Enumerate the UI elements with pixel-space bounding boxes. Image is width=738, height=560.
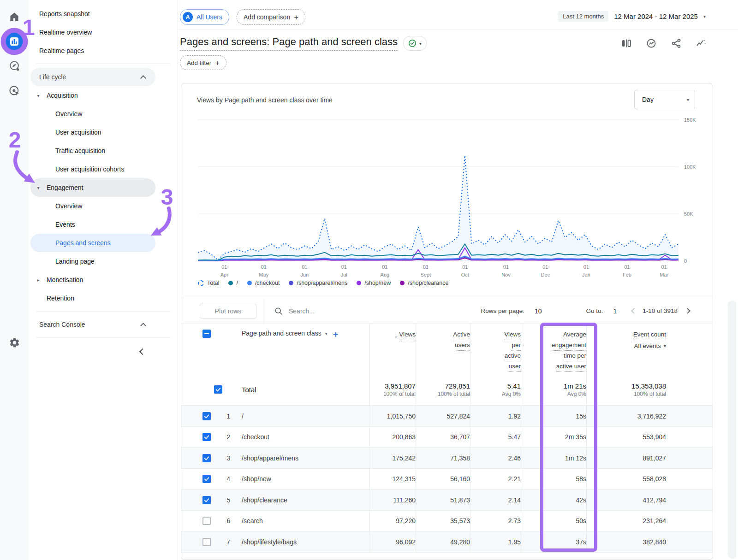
page-path: /shop/clearance bbox=[242, 496, 287, 504]
nav-section-life-cycle[interactable]: Life cycle bbox=[30, 68, 155, 86]
next-page-icon[interactable] bbox=[682, 306, 692, 316]
intelligence-sparkline-icon[interactable] bbox=[696, 38, 707, 49]
add-dimension-icon[interactable]: + bbox=[333, 330, 339, 340]
add-comparison-button[interactable]: Add comparison + bbox=[237, 9, 305, 25]
table-row[interactable]: 6/search97,22035,5732.7350s231,264 bbox=[181, 510, 713, 532]
nav-item-traffic-acquisition[interactable]: Traffic acquisition bbox=[30, 141, 155, 160]
nav-item-overview[interactable]: Overview bbox=[30, 197, 155, 215]
edit-comparisons-icon[interactable] bbox=[621, 38, 632, 49]
row-metric-cell: 49,280 bbox=[416, 531, 470, 553]
nav-item-acquisition[interactable]: ▾Acquisition bbox=[30, 86, 155, 105]
row-dimension-cell: /shop/new bbox=[230, 469, 369, 490]
row-checkbox-unchecked[interactable] bbox=[202, 517, 211, 525]
nav-item-events[interactable]: Events bbox=[30, 215, 155, 234]
sort-desc-icon: ↓ bbox=[394, 330, 398, 340]
nav-section-search-console[interactable]: Search Console bbox=[30, 315, 155, 334]
caret-down-icon: ▾ bbox=[35, 93, 42, 98]
legend-dot-icon bbox=[247, 281, 252, 285]
home-icon[interactable] bbox=[0, 11, 29, 23]
nav-item-landing-page[interactable]: Landing page bbox=[30, 252, 155, 271]
nav-item-pages-and-screens[interactable]: Pages and screens bbox=[30, 234, 155, 252]
metric-header[interactable]: Averageengagementtime peractive user bbox=[552, 330, 586, 372]
row-checkbox-checked[interactable] bbox=[202, 330, 211, 338]
row-metric-cell: 2.21 bbox=[470, 469, 521, 490]
report-actions bbox=[621, 38, 707, 49]
nav-item-realtime-overview[interactable]: Realtime overview bbox=[30, 23, 155, 41]
advertising-icon[interactable] bbox=[0, 85, 29, 97]
row-checkbox-checked[interactable] bbox=[202, 496, 211, 504]
date-preset-badge: Last 12 months bbox=[558, 11, 608, 22]
nav-item-user-acquisition-cohorts[interactable]: User acquisition cohorts bbox=[30, 160, 155, 178]
row-index: 2 bbox=[226, 433, 230, 441]
dimension-header[interactable]: Page path and screen class▾ bbox=[230, 330, 327, 337]
nav-item-realtime-pages[interactable]: Realtime pages bbox=[30, 41, 155, 60]
row-metric-cell: 1.92 bbox=[470, 406, 521, 427]
row-metric-cell: 42s bbox=[521, 489, 586, 511]
metric-selector[interactable]: All events▾ bbox=[634, 341, 666, 351]
metric-value: 1m 12s bbox=[565, 454, 586, 462]
nav-item-reports-snapshot[interactable]: Reports snapshot bbox=[30, 5, 155, 23]
previous-page-icon[interactable] bbox=[629, 306, 639, 316]
scrollbar-track[interactable] bbox=[728, 301, 736, 559]
chevron-down-icon: ▾ bbox=[687, 97, 689, 102]
nav-item-label: Overview bbox=[55, 202, 82, 210]
metric-value: 412,794 bbox=[643, 496, 666, 504]
row-dimension-cell: /search bbox=[230, 511, 369, 532]
table-row[interactable]: 7/shop/lifestyle/bags96,09249,2801.9537s… bbox=[181, 531, 713, 553]
pagination-range: 1-10 of 3918 bbox=[643, 307, 678, 314]
legend-label: Total bbox=[207, 280, 219, 286]
metric-value: 1,015,750 bbox=[387, 413, 416, 420]
page-title[interactable]: Pages and screens: Page path and screen … bbox=[180, 36, 398, 51]
date-range-picker[interactable]: Last 12 months 12 Mar 2024 - 12 Mar 2025… bbox=[558, 11, 706, 22]
header-spacer bbox=[666, 323, 713, 374]
settings-gear-icon[interactable] bbox=[0, 337, 29, 348]
table-search[interactable]: Search... bbox=[274, 307, 315, 316]
table-row[interactable]: 4/shop/new124,31556,1602.2158s558,028 bbox=[181, 468, 713, 490]
add-filter-button[interactable]: Add filter + bbox=[180, 55, 226, 70]
nav-item-engagement[interactable]: ▾Engagement bbox=[30, 178, 155, 197]
reports-icon[interactable] bbox=[0, 32, 29, 51]
table-total-row: Total3,951,807100% of total729,851100% o… bbox=[181, 374, 713, 405]
audience-chip[interactable]: A All Users bbox=[180, 9, 229, 25]
page-path: / bbox=[242, 413, 244, 420]
reports-nav: Reports snapshotRealtime overviewRealtim… bbox=[29, 0, 178, 560]
granularity-select[interactable]: Day ▾ bbox=[634, 90, 695, 109]
y-axis-tick: 0 bbox=[684, 258, 687, 264]
metric-value: 56,160 bbox=[450, 475, 470, 483]
share-icon[interactable] bbox=[671, 38, 682, 49]
nav-item-monetisation[interactable]: ▸Monetisation bbox=[30, 271, 155, 289]
report-status-pill[interactable]: ▾ bbox=[403, 36, 427, 51]
x-axis-tick: 01Mar bbox=[660, 264, 668, 277]
metric-value: 231,264 bbox=[643, 517, 666, 525]
rows-per-page-value[interactable]: 10 bbox=[535, 307, 542, 315]
total-subvalue: 100% of total bbox=[634, 391, 666, 397]
metric-header[interactable]: Activeusers bbox=[453, 330, 470, 351]
row-metric-cell: 37s bbox=[521, 531, 586, 553]
metric-header[interactable]: ↓Views bbox=[394, 330, 416, 340]
insights-circle-icon[interactable] bbox=[646, 38, 657, 49]
legend-dashed-dot-icon bbox=[198, 280, 204, 286]
plot-rows-button[interactable]: Plot rows bbox=[200, 304, 256, 318]
table-row[interactable]: 1/1,015,750527,8241.9215s3,716,922 bbox=[181, 405, 713, 427]
table-row[interactable]: 3/shop/apparel/mens175,24271,3582.461m 1… bbox=[181, 447, 713, 469]
metric-header[interactable]: Event countAll events▾ bbox=[633, 330, 666, 351]
table-row[interactable]: 5/shop/clearance111,26051,8732.1442s412,… bbox=[181, 489, 713, 511]
nav-item-retention[interactable]: Retention bbox=[30, 289, 155, 307]
legend-label: /shop/apparel/mens bbox=[297, 280, 347, 286]
row-checkbox-checked[interactable] bbox=[202, 475, 211, 483]
nav-item-overview[interactable]: Overview bbox=[30, 105, 155, 123]
row-index-cell: 7 bbox=[211, 531, 230, 553]
metric-header[interactable]: Viewsperactiveuser bbox=[504, 330, 521, 372]
row-checkbox-checked[interactable] bbox=[202, 433, 211, 441]
row-checkbox-checked[interactable] bbox=[202, 412, 211, 420]
page-path: /shop/new bbox=[242, 475, 271, 483]
explore-icon[interactable] bbox=[0, 60, 29, 72]
nav-item-user-acquisition[interactable]: User acquisition bbox=[30, 123, 155, 141]
table-row[interactable]: 2/checkout200,86336,7075.472m 35s553,904 bbox=[181, 426, 713, 448]
row-checkbox-unchecked[interactable] bbox=[202, 538, 211, 546]
row-checkbox-checked[interactable] bbox=[202, 454, 211, 462]
nav-item-label: Overview bbox=[55, 110, 82, 118]
goto-value[interactable]: 1 bbox=[613, 307, 617, 315]
total-spacer bbox=[666, 374, 713, 405]
collapse-nav-icon[interactable] bbox=[137, 346, 148, 357]
